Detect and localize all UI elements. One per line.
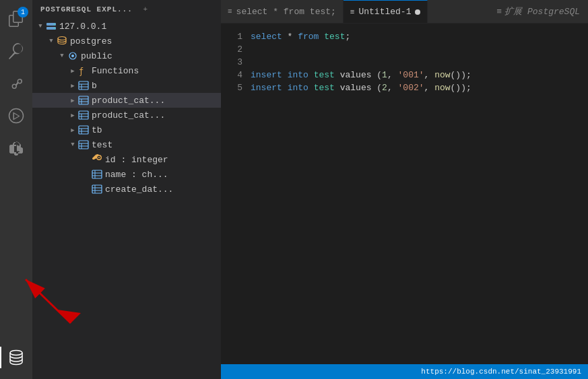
schema-label: public [81, 51, 112, 61]
code-line-2 [251, 43, 588, 56]
tab-icon-select: ≡ [228, 7, 232, 15]
table-icon-tb [78, 125, 89, 135]
schema-icon [67, 50, 78, 61]
svg-rect-22 [79, 126, 88, 134]
table-icon-test [78, 139, 89, 150]
tab-bar: ≡ select * from test; ≡ Untitled-1 ≡ 扩展 … [221, 0, 588, 24]
tree-item-schema[interactable]: public [32, 48, 221, 63]
activity-bar: 1 [0, 0, 32, 379]
tree-item-product-cat2[interactable]: product_cat... [32, 108, 221, 123]
id-label: id : integer [105, 155, 168, 165]
svg-point-4 [54, 24, 55, 25]
database-tree-icon [57, 36, 67, 46]
functions-label: Functions [92, 66, 139, 76]
expand-arrow-product-cat1 [67, 97, 78, 104]
tree-item-id[interactable]: id : integer [32, 152, 221, 167]
tb-label: tb [92, 125, 102, 135]
main-content: ≡ select * from test; ≡ Untitled-1 ≡ 扩展 … [221, 0, 588, 379]
tab-label-ext: 扩展 PostgreSQL [504, 5, 580, 18]
createdat-label: create_dat... [105, 184, 173, 195]
expand-arrow-schema [57, 53, 67, 59]
line-numbers: 1 2 3 4 5 [221, 24, 248, 364]
product-cat1-label: product_cat... [92, 96, 165, 106]
expand-arrow-db [46, 38, 57, 44]
svg-text:ƒ: ƒ [79, 67, 84, 76]
tab-select[interactable]: ≡ select * from test; [221, 0, 344, 23]
sidebar: POSTGRESQL EXPL... + 127.0.0.1 postgres [32, 0, 221, 379]
add-tab-button[interactable]: + [143, 5, 148, 13]
functions-icon: ƒ [78, 65, 89, 76]
svg-point-6 [58, 37, 66, 40]
db-label: postgres [70, 36, 112, 46]
svg-rect-18 [79, 111, 88, 119]
tree-item-test[interactable]: test [32, 137, 221, 152]
run-icon[interactable] [0, 100, 32, 132]
database-icon[interactable] [0, 341, 32, 374]
search-icon[interactable] [0, 35, 32, 67]
tab-dot-untitled [415, 9, 420, 15]
svg-point-5 [54, 28, 55, 29]
svg-rect-26 [79, 141, 88, 149]
code-line-1: select * from test; [251, 30, 588, 43]
tree-view: 127.0.0.1 postgres public ƒ [32, 19, 221, 379]
tree-item-product-cat1[interactable]: product_cat... [32, 93, 221, 108]
extensions-icon[interactable] [0, 132, 32, 164]
svg-rect-10 [79, 81, 88, 90]
tree-item-db[interactable]: postgres [32, 34, 221, 48]
column-icon-name [92, 169, 102, 180]
svg-point-8 [71, 55, 74, 57]
server-icon [46, 21, 57, 32]
source-control-icon[interactable] [0, 67, 32, 100]
editor[interactable]: 1 2 3 4 5 select * from test; insert int… [221, 24, 588, 364]
tab-label-select: select * from test; [236, 7, 336, 17]
code-line-3 [251, 56, 588, 69]
product-cat2-label: product_cat... [92, 110, 165, 120]
status-bar: https://blog.csdn.net/sinat_23931991 [221, 364, 588, 379]
expand-arrow-server [35, 23, 46, 30]
tab-label-untitled: Untitled-1 [358, 7, 411, 17]
key-icon [92, 154, 102, 165]
table-b-label: b [92, 81, 97, 91]
tab-untitled[interactable]: ≡ Untitled-1 [344, 0, 428, 23]
tab-right-extension[interactable]: ≡ 扩展 PostgreSQL [488, 0, 588, 23]
tree-item-functions[interactable]: ƒ Functions [32, 63, 221, 78]
svg-point-1 [10, 351, 22, 355]
notification-badge: 1 [18, 7, 28, 18]
tab-icon-untitled: ≡ [350, 8, 355, 16]
expand-arrow-tb [67, 127, 78, 134]
svg-rect-34 [92, 185, 102, 193]
tree-item-table-b[interactable]: b [32, 78, 221, 93]
svg-rect-30 [92, 170, 102, 178]
code-line-5: insert into test values (2, '002', now()… [251, 81, 588, 94]
table-icon-product-cat1 [78, 95, 89, 106]
expand-arrow-b [67, 82, 78, 90]
test-label: test [92, 140, 112, 150]
svg-point-0 [9, 109, 24, 123]
expand-arrow-test [67, 141, 78, 148]
expand-arrow-product-cat2 [67, 112, 78, 119]
code-area[interactable]: select * from test; insert into test val… [248, 24, 588, 364]
watermark: https://blog.csdn.net/sinat_23931991 [421, 368, 581, 376]
tab-icon-ext: ≡ [496, 7, 502, 17]
server-label: 127.0.0.1 [59, 22, 106, 32]
tree-item-createdat[interactable]: create_dat... [32, 182, 221, 197]
svg-rect-14 [79, 96, 88, 104]
table-icon-product-cat2 [78, 110, 89, 120]
sidebar-header: POSTGRESQL EXPL... + [32, 0, 221, 19]
table-icon-b [78, 80, 89, 91]
column-icon-createdat [92, 184, 102, 195]
code-line-4: insert into test values (1, '001', now()… [251, 69, 588, 81]
name-label: name : ch... [105, 170, 168, 180]
tree-item-server[interactable]: 127.0.0.1 [32, 19, 221, 34]
tree-item-name[interactable]: name : ch... [32, 167, 221, 182]
tree-item-tb[interactable]: tb [32, 123, 221, 137]
files-icon[interactable]: 1 [0, 3, 32, 35]
expand-arrow-functions [67, 67, 78, 75]
